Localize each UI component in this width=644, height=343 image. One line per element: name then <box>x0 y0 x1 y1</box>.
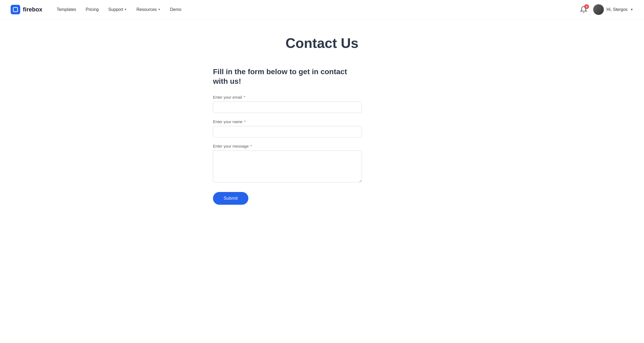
avatar-image <box>593 4 604 15</box>
nav-item-resources[interactable]: Resources ▼ <box>133 5 164 14</box>
email-form-group: Enter your email * <box>213 95 362 113</box>
brand-name: firebox <box>23 6 42 13</box>
form-intro: Fill in the form below to get in contact… <box>213 67 362 86</box>
required-star: * <box>244 95 245 99</box>
required-star: * <box>250 144 252 148</box>
message-textarea[interactable] <box>213 150 362 182</box>
email-input[interactable] <box>213 102 362 113</box>
navbar: firebox Templates Pricing Support ▼ Reso… <box>0 0 644 19</box>
message-form-group: Enter your message * <box>213 144 362 183</box>
navbar-right: 4 Hi, Stergos ▼ <box>579 4 633 15</box>
nav-button-resources[interactable]: Resources ▼ <box>133 5 164 14</box>
avatar <box>593 4 604 15</box>
required-star: * <box>244 119 246 124</box>
email-label: Enter your email * <box>213 95 362 99</box>
notification-button[interactable]: 4 <box>579 5 588 14</box>
nav-link-pricing[interactable]: Pricing <box>82 5 102 14</box>
chevron-down-icon: ▼ <box>630 8 633 11</box>
contact-form: Enter your email * Enter your name * Ent… <box>213 95 362 205</box>
logo-link[interactable]: firebox <box>11 5 42 14</box>
nav-item-templates[interactable]: Templates <box>53 5 80 14</box>
chevron-down-icon: ▼ <box>124 8 127 11</box>
notification-badge: 4 <box>584 4 589 9</box>
user-greeting: Hi, Stergos <box>607 7 628 12</box>
nav-button-support[interactable]: Support ▼ <box>104 5 131 14</box>
nav-item-pricing[interactable]: Pricing <box>82 5 102 14</box>
chevron-down-icon: ▼ <box>158 8 161 11</box>
page-title: Contact Us <box>213 35 431 51</box>
message-label: Enter your message * <box>213 144 362 148</box>
name-label: Enter your name * <box>213 119 362 124</box>
navbar-left: firebox Templates Pricing Support ▼ Reso… <box>11 5 185 14</box>
main-content: Contact Us Fill in the form below to get… <box>202 19 442 221</box>
nav-links: Templates Pricing Support ▼ Resources ▼ … <box>53 5 185 14</box>
svg-rect-0 <box>13 7 18 12</box>
nav-item-demo[interactable]: Demo <box>166 5 185 14</box>
user-menu-button[interactable]: Hi, Stergos ▼ <box>593 4 633 15</box>
nav-item-support[interactable]: Support ▼ <box>104 5 131 14</box>
logo-icon <box>11 5 20 14</box>
nav-link-demo[interactable]: Demo <box>166 5 185 14</box>
name-form-group: Enter your name * <box>213 119 362 137</box>
name-input[interactable] <box>213 126 362 137</box>
nav-link-templates[interactable]: Templates <box>53 5 80 14</box>
submit-button[interactable]: Submit <box>213 192 248 205</box>
